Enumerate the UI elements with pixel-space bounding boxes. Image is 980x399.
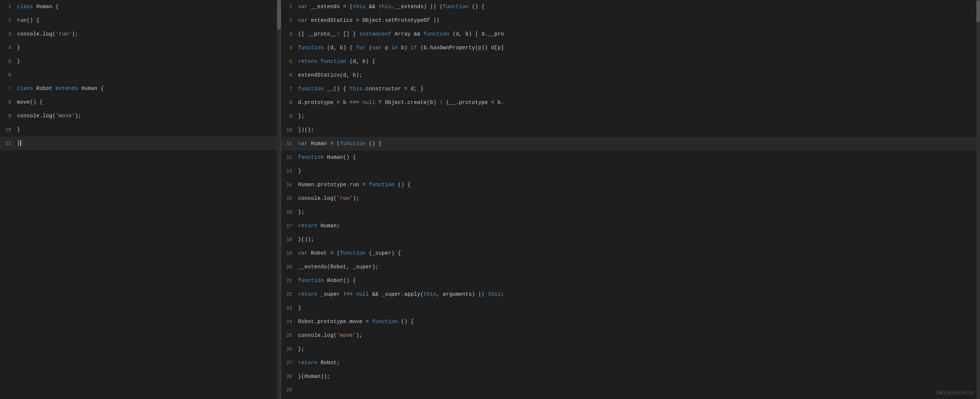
token-plain: console.log( bbox=[17, 113, 56, 119]
token-plain: () { bbox=[395, 182, 411, 188]
token-str: 'run' bbox=[56, 31, 72, 37]
token-plain: Human; bbox=[317, 223, 340, 229]
token-plain: Robot = ( bbox=[308, 250, 340, 256]
code-line: 20 __extends(Robot, _super); bbox=[281, 260, 980, 274]
token-kw: instanceof bbox=[359, 31, 391, 37]
line-content: } bbox=[17, 137, 273, 150]
line-content: }()); bbox=[298, 233, 973, 246]
code-line: 28}(Human)); bbox=[281, 370, 980, 383]
token-plain: } bbox=[17, 126, 20, 132]
line-number: 11 bbox=[0, 137, 17, 150]
token-plain: () { bbox=[398, 319, 414, 325]
code-line: 27 return Robot; bbox=[281, 356, 980, 370]
line-content: } bbox=[17, 41, 273, 54]
token-plain: } bbox=[17, 59, 20, 64]
token-plain: Robot.prototype.move = bbox=[298, 319, 372, 325]
code-line: 26 }; bbox=[281, 342, 980, 356]
token-plain: Robot bbox=[33, 86, 56, 91]
code-line: 22 return _super !== null && _super.appl… bbox=[281, 287, 980, 301]
token-kw: function bbox=[423, 31, 449, 37]
code-line: 21 function Robot() { bbox=[281, 274, 980, 287]
token-plain: (_super) { bbox=[366, 250, 401, 256]
code-line: 3 ({ __proto__: [] } instanceof Array &&… bbox=[281, 27, 980, 41]
token-kw: function bbox=[321, 59, 347, 64]
token-plain: }; bbox=[298, 346, 304, 352]
code-line: 1var __extends = (this && this.__extends… bbox=[281, 0, 980, 14]
line-number: 25 bbox=[281, 329, 298, 342]
line-number: 24 bbox=[281, 315, 298, 329]
line-number: 4 bbox=[0, 41, 17, 55]
left-code-area: 1class Human {2 run() {3 console.log('ru… bbox=[0, 0, 281, 399]
token-kw: function bbox=[298, 278, 324, 284]
line-content: __extends(Robot, _super); bbox=[298, 260, 973, 273]
line-content: return Robot; bbox=[298, 356, 973, 369]
right-scrollbar[interactable] bbox=[976, 0, 980, 399]
code-line: 11} bbox=[0, 137, 281, 150]
code-line: 9 console.log('move'); bbox=[0, 109, 281, 123]
code-line: 10})(); bbox=[281, 123, 980, 137]
token-plain: Array && bbox=[391, 31, 423, 37]
token-kw: var bbox=[372, 45, 382, 51]
line-number: 28 bbox=[281, 370, 298, 383]
token-plain: console.log( bbox=[298, 195, 337, 201]
token-plain: (d, b) { d.__pro bbox=[449, 31, 504, 37]
token-plain: p bbox=[382, 45, 391, 51]
token-plain: Human.prototype.run = bbox=[298, 182, 369, 188]
line-number: 26 bbox=[281, 343, 298, 356]
token-plain: } bbox=[17, 45, 20, 51]
line-number: 29 bbox=[281, 383, 298, 397]
token-kw: class bbox=[17, 86, 33, 91]
line-content: }; bbox=[298, 206, 973, 219]
token-kw: function bbox=[340, 140, 366, 147]
line-content: function (d, b) { for (var p in b) if (b… bbox=[298, 41, 973, 54]
code-line: 29 bbox=[281, 383, 980, 397]
code-line: 7 function __() { this.constructor = d; … bbox=[281, 82, 980, 96]
token-plain: b) bbox=[398, 45, 411, 51]
token-kw: in bbox=[391, 45, 398, 51]
token-kw: function bbox=[443, 4, 469, 10]
token-plain: ; bbox=[501, 291, 504, 297]
line-content: var Robot = (function (_super) { bbox=[298, 246, 973, 260]
code-line: 15 console.log('run'); bbox=[281, 192, 980, 206]
line-number: 2 bbox=[0, 14, 17, 27]
token-plain: ); bbox=[75, 113, 81, 119]
right-scrollbar-thumb[interactable] bbox=[976, 0, 980, 22]
token-kw: this bbox=[379, 4, 391, 10]
token-plain: .constructor = d; } bbox=[363, 86, 423, 92]
token-plain: Robot; bbox=[317, 360, 340, 366]
left-scrollbar-thumb[interactable] bbox=[277, 0, 281, 30]
line-content: }; bbox=[298, 342, 973, 356]
line-number: 1 bbox=[281, 0, 298, 14]
line-content: } bbox=[298, 164, 973, 178]
left-scrollbar[interactable] bbox=[277, 0, 281, 399]
token-kw: for bbox=[356, 45, 366, 51]
line-content: console.log('move'); bbox=[298, 329, 973, 342]
code-line: 8 move() { bbox=[0, 96, 281, 109]
token-str: 'move' bbox=[56, 113, 75, 119]
token-kw: extends bbox=[56, 86, 78, 91]
token-kw: var bbox=[298, 4, 308, 10]
code-line: 6 bbox=[0, 69, 281, 82]
token-plain: run() { bbox=[17, 18, 40, 23]
token-plain: ({ __proto__: [] } bbox=[298, 31, 359, 37]
token-kw: this bbox=[423, 291, 436, 297]
code-line: 2 var extendStatics = Object.setPrototyp… bbox=[281, 14, 980, 27]
line-number: 6 bbox=[0, 69, 17, 82]
line-content: run() { bbox=[17, 14, 273, 27]
code-line: 1class Human { bbox=[0, 0, 281, 14]
line-content: class Robot extends Human { bbox=[17, 82, 273, 95]
line-number: 6 bbox=[281, 69, 298, 82]
token-kw: if bbox=[411, 45, 417, 51]
right-editor-pane: 1var __extends = (this && this.__extends… bbox=[281, 0, 980, 399]
token-kw: null bbox=[356, 291, 369, 297]
line-number: 9 bbox=[0, 110, 17, 123]
token-plain: d.prototype = b === bbox=[298, 100, 363, 105]
code-line: 3 console.log('run'); bbox=[0, 27, 281, 41]
token-plain: console.log( bbox=[17, 31, 56, 37]
token-plain: extendStatics(d, b); bbox=[298, 72, 363, 78]
line-number: 20 bbox=[281, 260, 298, 274]
token-plain: ); bbox=[72, 31, 78, 37]
token-plain: ( bbox=[366, 45, 372, 51]
token-plain: () { bbox=[366, 140, 382, 147]
code-line: 18}()); bbox=[281, 233, 980, 246]
